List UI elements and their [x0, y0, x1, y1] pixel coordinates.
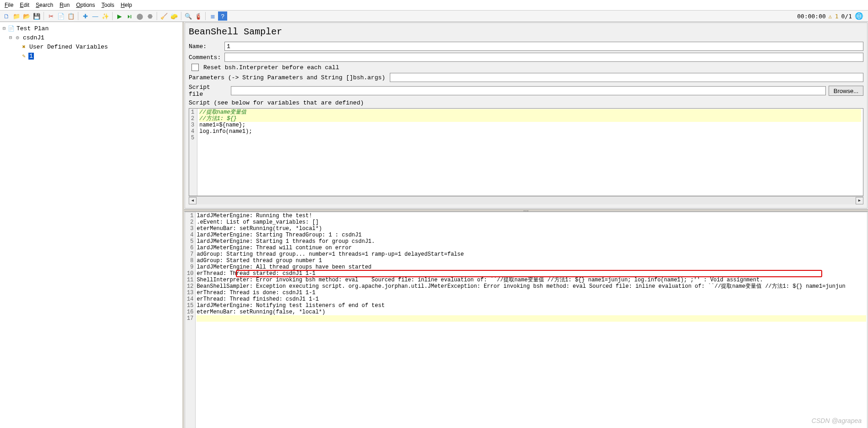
menu-file[interactable]: File	[2, 1, 16, 9]
stop-icon[interactable]: ⬤	[135, 11, 144, 21]
browse-button[interactable]: Browse...	[829, 86, 863, 96]
scroll-right-icon[interactable]: ▶	[856, 197, 863, 204]
tree-udv[interactable]: ✖User Defined Variables	[1, 42, 181, 51]
log-line	[197, 315, 866, 322]
tree-test-plan[interactable]: ⊟📄Test Plan	[1, 24, 181, 33]
scroll-left-icon[interactable]: ◀	[189, 197, 197, 204]
start-noTimers-icon[interactable]: ⏯	[125, 11, 134, 21]
menu-edit[interactable]: Edit	[17, 1, 32, 9]
clear-icon[interactable]: 🧹	[159, 11, 169, 21]
panel-title: BeanShell Sampler	[189, 25, 863, 42]
elapsed-timer: 00:00:00	[797, 13, 826, 20]
log-line: eterMenuBar: setRunning(true, *local*)	[197, 225, 866, 232]
menu-run[interactable]: Run	[57, 1, 72, 9]
cut-icon[interactable]: ✂	[46, 11, 55, 21]
tree-node-label: User Defined Variables	[28, 44, 109, 50]
log-line: .eEvent: List of sample_variables: []	[197, 219, 866, 225]
script-line[interactable]: //提取name变量值	[199, 109, 861, 115]
script-label: Script (see below for variables that are…	[189, 99, 364, 106]
new-icon[interactable]: 🗋	[2, 11, 11, 21]
open-icon[interactable]: 📂	[22, 11, 31, 21]
templates-icon[interactable]: 📁	[12, 11, 21, 21]
thread-ratio: 0/1	[841, 13, 852, 20]
script-line[interactable]: log.info(name1);	[199, 128, 861, 135]
clear-all-icon[interactable]: 🧽	[169, 11, 179, 21]
toolbar-status: 00:00:00 ⚠1 0/1 🌐	[797, 12, 866, 20]
name-input[interactable]	[224, 42, 863, 51]
toolbar: 🗋📁📂💾✂📄📋✚—✨▶⏯⬤⬣🧹🧽🔍🧯≣? 00:00:00 ⚠1 0/1 🌐	[0, 11, 868, 22]
log-line: erThread: Thread finished: csdnJ1 1-1	[197, 296, 866, 302]
log-line: adGroup: Started thread group number 1	[197, 258, 866, 264]
log-line: lardJMeterEngine: Starting ThreadGroup: …	[197, 232, 866, 238]
comments-label: Comments:	[189, 54, 222, 61]
menu-tools[interactable]: Tools	[99, 1, 117, 9]
log-line: lardJMeterEngine: Running the test!	[197, 213, 866, 219]
log-line: ShellInterpreter: Error invoking bsh met…	[197, 277, 866, 283]
tree-node-icon: 📄	[7, 25, 15, 32]
tree-thread-group[interactable]: ⊟⚙csdnJ1	[1, 33, 181, 42]
warning-icon[interactable]: ⚠	[829, 13, 832, 20]
log-panel[interactable]: 1234567891011121314151617 lardJMeterEngi…	[185, 212, 868, 428]
script-file-label: Script file	[189, 84, 228, 98]
globe-icon: 🌐	[855, 12, 863, 20]
reset-search-icon[interactable]: 🧯	[194, 11, 203, 21]
log-line: lardJMeterEngine: Thread will continue o…	[197, 245, 866, 251]
log-line: BeanShellSampler: Exception executing sc…	[197, 283, 866, 290]
log-line: adGroup: Starting thread group... number…	[197, 251, 866, 258]
reset-interpreter-label: Reset bsh.Interpreter before each call	[203, 64, 339, 71]
tree-toggle-icon[interactable]: ⊟	[1, 26, 7, 31]
wand-icon[interactable]: ✨	[101, 11, 110, 21]
log-line: erThread: Thread is done: csdnJ1 1-1	[197, 290, 866, 296]
tree-node-icon: ⚙	[14, 34, 21, 41]
tree-node-label: csdnJ1	[22, 34, 45, 41]
log-line: lardJMeterEngine: All thread groups have…	[197, 264, 866, 270]
tree-node-label: 1	[28, 53, 34, 60]
minus-icon[interactable]: —	[91, 11, 100, 21]
tree-beanshell-sampler[interactable]: ✎1	[1, 51, 181, 60]
log-line: lardJMeterEngine: Starting 1 threads for…	[197, 238, 866, 245]
tree-node-icon: ✖	[20, 43, 27, 50]
watermark: CSDN @agrapea	[812, 417, 862, 424]
menu-search[interactable]: Search	[33, 1, 56, 9]
menu-options[interactable]: Options	[73, 1, 98, 9]
script-line[interactable]: //方法1: ${}	[199, 115, 861, 122]
menu-help[interactable]: Help	[118, 1, 135, 9]
script-editor[interactable]: 12345 //提取name变量值//方法1: ${}name1=${name}…	[189, 108, 863, 196]
script-line[interactable]: name1=${name};	[199, 122, 861, 128]
plus-icon[interactable]: ✚	[81, 11, 90, 21]
copy-icon[interactable]: 📄	[56, 11, 66, 21]
function-helper-icon[interactable]: ≣	[208, 11, 217, 21]
reset-interpreter-checkbox[interactable]	[191, 64, 199, 71]
save-icon[interactable]: 💾	[32, 11, 41, 21]
parameters-label: Parameters (-> String Parameters and Str…	[189, 74, 387, 81]
log-line: eterMenuBar: setRunning(false, *local*)	[197, 309, 866, 315]
search-icon[interactable]: 🔍	[184, 11, 193, 21]
tree-toggle-icon[interactable]: ⊟	[7, 35, 14, 40]
shutdown-icon[interactable]: ⬣	[145, 11, 154, 21]
start-icon[interactable]: ▶	[115, 11, 124, 21]
warning-count: 1	[835, 13, 839, 20]
script-line[interactable]	[199, 135, 861, 141]
tree-node-label: Test Plan	[16, 25, 49, 32]
parameters-input[interactable]	[390, 73, 863, 82]
script-file-input[interactable]	[231, 86, 826, 95]
editor-scrollbar[interactable]: ◀ ▶	[189, 196, 863, 204]
tree-node-icon: ✎	[20, 52, 27, 60]
menu-bar: FileEditSearchRunOptionsToolsHelp	[0, 0, 868, 11]
help-icon[interactable]: ?	[218, 11, 227, 21]
test-plan-tree[interactable]: ⊟📄Test Plan⊟⚙csdnJ1✖User Defined Variabl…	[0, 22, 184, 428]
log-line: lardJMeterEngine: Notifying test listene…	[197, 302, 866, 309]
comments-input[interactable]	[224, 53, 863, 62]
name-label: Name:	[189, 43, 222, 50]
log-line: erThread: Thread started: csdnJ1 1-1	[197, 270, 866, 277]
paste-icon[interactable]: 📋	[66, 11, 76, 21]
element-detail-panel: BeanShell Sampler Name: Comments: Reset …	[185, 22, 868, 209]
